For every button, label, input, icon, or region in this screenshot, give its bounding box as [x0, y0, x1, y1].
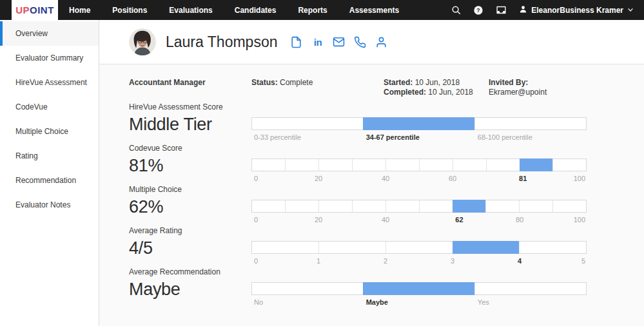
tick-label: 60	[449, 175, 456, 182]
tick-label: 20	[315, 216, 322, 224]
score-value: 81%	[129, 156, 251, 176]
bar-segment	[453, 159, 486, 171]
bar-segment	[385, 200, 419, 212]
bar-segment	[519, 200, 552, 212]
nav-item-reports[interactable]: Reports	[287, 0, 338, 20]
sidebar-item-hirevue-assessment[interactable]: HireVue Assessment	[0, 70, 99, 95]
user-menu[interactable]: EleanorBusiness Kramer	[519, 5, 634, 15]
bar-segment	[318, 242, 385, 253]
tick-label: 81	[519, 175, 527, 182]
score-value: Middle Tier	[129, 115, 251, 135]
tick-label: Yes	[478, 298, 489, 306]
bar-segment	[474, 283, 586, 294]
upoint-logo[interactable]: UPOINT	[12, 0, 58, 20]
bar-segment	[486, 159, 520, 171]
tick-label: Maybe	[366, 298, 388, 306]
bar-segment	[352, 200, 385, 212]
candidate-header: Laura Thompson in	[99, 20, 644, 64]
user-icon	[519, 5, 527, 15]
bar-segment	[252, 159, 285, 171]
nav-item-evaluations[interactable]: Evaluations	[158, 0, 223, 20]
main-panel: Laura Thompson in	[99, 20, 644, 326]
bar-segment-filled	[453, 241, 519, 254]
sidebar-item-multiple-choice[interactable]: Multiple Choice	[0, 119, 99, 144]
phone-icon[interactable]	[354, 36, 366, 48]
score-ticks: 0-33 percentile34-67 percentile68-100 pe…	[251, 133, 587, 142]
tick-label: 3	[451, 257, 454, 265]
score-label: Codevue Score	[129, 143, 251, 153]
help-icon[interactable]: ?	[473, 5, 483, 15]
overview-content: Accountant Manager Status: Complete Star…	[99, 64, 644, 326]
score-label: Multiple Choice	[129, 184, 251, 194]
tick-label: 68-100 percentile	[478, 133, 532, 141]
tick-label: 34-67 percentile	[366, 133, 420, 141]
bar-segment	[474, 118, 586, 129]
search-icon[interactable]	[451, 5, 461, 15]
bar-segment	[552, 200, 586, 212]
tick-label: 4	[518, 257, 522, 265]
bar-segment	[252, 200, 285, 212]
score-label: HireVue Assessment Score	[129, 102, 251, 111]
tick-label: 100	[574, 175, 585, 182]
score-label: Average Rating	[129, 225, 251, 235]
sidebar-item-evaluator-summary[interactable]: Evaluator Summary	[0, 46, 99, 70]
score-row-average-rating: Average Rating4/5 012345	[129, 225, 587, 267]
bar-segment	[252, 118, 363, 129]
position-title: Accountant Manager	[129, 78, 251, 97]
nav-item-candidates[interactable]: Candidates	[224, 0, 288, 20]
logo-text-oint: OINT	[30, 5, 54, 15]
score-ticks: 020406081100	[251, 175, 587, 184]
svg-text:?: ?	[477, 7, 480, 14]
bar-segment	[252, 242, 318, 253]
bar-segment	[252, 283, 363, 294]
user-name: EleanorBusiness Kramer	[531, 6, 623, 15]
tick-label: 0	[254, 216, 258, 224]
score-value: 62%	[129, 197, 251, 217]
bar-segment	[385, 242, 453, 253]
score-bar	[251, 158, 587, 171]
logo-text-up: UP	[15, 5, 30, 15]
sidebar-item-codevue[interactable]: CodeVue	[0, 95, 99, 119]
bar-segment	[519, 242, 586, 253]
candidate-name: Laura Thompson	[166, 34, 277, 51]
score-label: Average Recommendation	[129, 267, 251, 276]
score-bar	[251, 200, 587, 213]
nav-item-home[interactable]: Home	[58, 0, 101, 20]
score-value: Maybe	[129, 280, 251, 300]
resume-icon[interactable]	[290, 36, 302, 48]
nav-items: HomePositionsEvaluationsCandidatesReport…	[58, 0, 410, 20]
bar-segment	[419, 200, 453, 212]
bar-segment	[385, 159, 419, 171]
bar-segment-filled	[520, 158, 552, 171]
linkedin-icon[interactable]: in	[311, 36, 324, 48]
bar-segment	[419, 159, 453, 171]
sidebar-item-rating[interactable]: Rating	[0, 144, 99, 168]
sidebar-item-recommendation[interactable]: Recommendation	[0, 168, 99, 193]
tick-label: 0-33 percentile	[254, 133, 301, 141]
score-bar	[251, 117, 587, 130]
sidebar-item-evaluator-notes[interactable]: Evaluator Notes	[0, 193, 99, 217]
contact-icons: in	[290, 36, 387, 48]
nav-item-positions[interactable]: Positions	[101, 0, 158, 20]
tick-label: 80	[516, 216, 523, 224]
tick-label: 0	[254, 257, 258, 265]
tick-label: 2	[384, 257, 387, 265]
score-row-codevue: Codevue Score81% 020406081100	[129, 143, 587, 184]
email-icon[interactable]	[333, 36, 345, 48]
tick-label: 1	[317, 257, 320, 265]
invited-by-field: Invited By: Ekramer@upoint	[489, 78, 547, 97]
profile-icon[interactable]	[375, 36, 387, 48]
score-row-multiple-choice: Multiple Choice62% 020406280100	[129, 184, 587, 225]
score-ticks: 012345	[251, 257, 587, 266]
bar-segment	[318, 200, 352, 212]
inbox-icon[interactable]	[496, 5, 507, 15]
sidebar-item-overview[interactable]: Overview	[0, 21, 99, 46]
tick-label: 40	[382, 175, 389, 182]
bar-segment	[352, 159, 385, 171]
position-info-row: Accountant Manager Status: Complete Star…	[129, 64, 587, 97]
score-bar	[251, 282, 587, 295]
nav-item-assessments[interactable]: Assessments	[338, 0, 410, 20]
tick-label: 62	[455, 216, 463, 224]
bar-segment	[485, 200, 519, 212]
score-list: HireVue Assessment ScoreMiddle Tier 0-33…	[129, 102, 587, 308]
